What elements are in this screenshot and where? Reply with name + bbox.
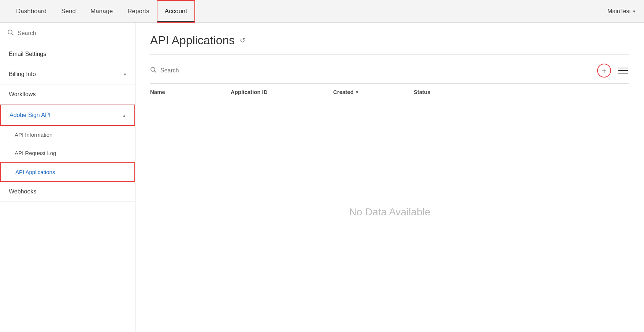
nav-manage[interactable]: Manage <box>83 0 120 23</box>
top-nav: Dashboard Send Manage Reports Account Ma… <box>0 0 644 23</box>
sidebar: Email Settings Billing Info ▾ Workflows … <box>0 23 135 332</box>
user-name: MainTest <box>607 8 631 15</box>
created-sort-icon: ▼ <box>355 90 359 94</box>
nav-items: Dashboard Send Manage Reports Account <box>9 0 607 23</box>
col-header-appid[interactable]: Application ID <box>231 89 333 95</box>
sidebar-item-workflows[interactable]: Workflows <box>0 84 135 105</box>
nav-dashboard[interactable]: Dashboard <box>9 0 54 23</box>
nav-reports[interactable]: Reports <box>120 0 157 23</box>
no-data-message: No Data Available <box>150 99 629 325</box>
menu-line-1 <box>618 68 628 68</box>
svg-line-1 <box>12 34 14 35</box>
main-header: API Applications ↺ <box>150 34 629 55</box>
toolbar-actions: ＋ <box>597 64 629 78</box>
refresh-icon[interactable]: ↺ <box>240 37 245 45</box>
menu-line-3 <box>618 73 628 73</box>
sidebar-item-webhooks[interactable]: Webhooks <box>0 182 135 202</box>
sidebar-nav: Email Settings Billing Info ▾ Workflows … <box>0 44 135 332</box>
col-header-status[interactable]: Status <box>414 89 629 95</box>
toolbar-search-input[interactable] <box>160 67 593 74</box>
plus-icon: ＋ <box>600 65 608 76</box>
nav-send[interactable]: Send <box>54 0 83 23</box>
adobe-sign-api-chevron-icon: ▴ <box>123 113 126 118</box>
user-menu[interactable]: MainTest ▾ <box>607 8 635 15</box>
col-header-name[interactable]: Name <box>150 89 231 95</box>
main-content: API Applications ↺ ＋ <box>135 23 644 332</box>
sidebar-item-api-request-log[interactable]: API Request Log <box>0 144 135 162</box>
table-header: Name Application ID Created ▼ Status <box>150 84 629 99</box>
toolbar: ＋ <box>150 64 629 84</box>
user-chevron-icon: ▾ <box>633 9 635 14</box>
sidebar-search-icon <box>7 29 14 37</box>
col-header-created[interactable]: Created ▼ <box>333 89 414 95</box>
page-title: API Applications <box>150 34 235 47</box>
menu-button[interactable] <box>617 66 629 75</box>
sidebar-item-api-information[interactable]: API Information <box>0 126 135 144</box>
sidebar-item-api-applications[interactable]: API Applications <box>0 162 135 182</box>
sidebar-item-billing-info[interactable]: Billing Info ▾ <box>0 64 135 84</box>
nav-account[interactable]: Account <box>157 0 195 23</box>
toolbar-search-icon <box>150 67 157 75</box>
toolbar-search-container[interactable] <box>150 67 593 75</box>
sidebar-item-email-settings[interactable]: Email Settings <box>0 44 135 64</box>
layout: Email Settings Billing Info ▾ Workflows … <box>0 23 644 332</box>
add-button[interactable]: ＋ <box>597 64 611 78</box>
menu-line-2 <box>618 70 628 71</box>
sidebar-search-container[interactable] <box>0 23 135 44</box>
svg-line-3 <box>155 71 156 73</box>
sidebar-search-input[interactable] <box>18 30 128 37</box>
billing-info-chevron-icon: ▾ <box>124 72 126 77</box>
sidebar-item-adobe-sign-api[interactable]: Adobe Sign API ▴ <box>0 105 135 126</box>
